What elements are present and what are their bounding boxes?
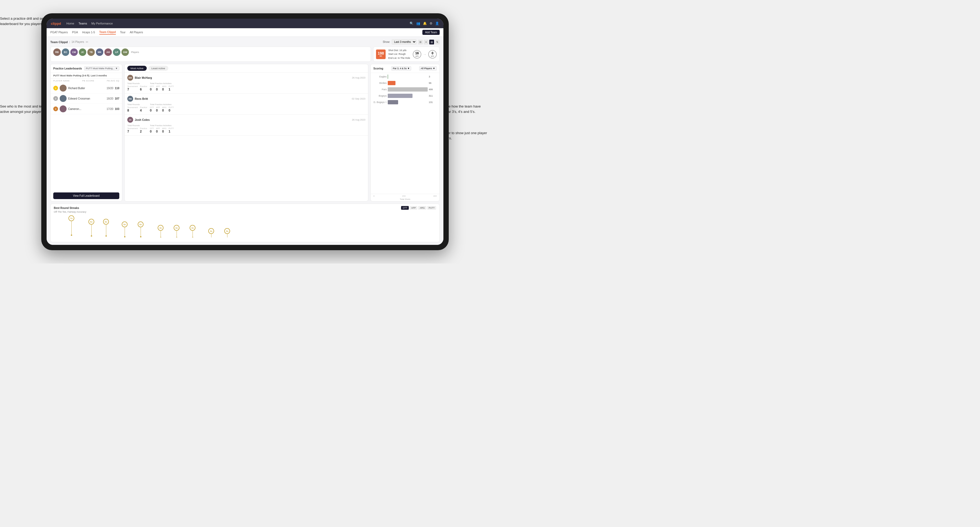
player-avatar-3[interactable]: CM: [70, 48, 78, 56]
streaks-panel: Best Round Streaks OTT APP ARG PUTT Off …: [50, 204, 440, 242]
profile-icon[interactable]: 👤: [435, 22, 439, 25]
tablet-frame: clippd Home Teams My Performance 🔍 👥 🔔 ⚙…: [41, 13, 449, 250]
player-avatar-5[interactable]: TB: [88, 48, 95, 56]
tab-least-active[interactable]: Least Active: [148, 66, 168, 71]
player-avatar-6[interactable]: MK: [96, 48, 103, 56]
add-team-button[interactable]: Add Team: [422, 30, 440, 35]
sub-nav: PGAT Players PGA Hcaps 1-5 Team Clippd T…: [46, 28, 444, 37]
leaderboard-item-2[interactable]: 2 Edward Crossman 18/20 107: [51, 94, 122, 104]
grid-view-icon[interactable]: ⊞: [418, 40, 423, 44]
practice-leaderboard-panel: Practice Leaderboards PUTT Must Make Put…: [50, 64, 122, 202]
activity-player-2: RB Rees Britt: [127, 96, 148, 102]
col-player: PLAYER NAME: [53, 79, 70, 82]
top-nav: clippd Home Teams My Performance 🔍 👥 🔔 ⚙…: [46, 19, 444, 28]
streak-bubble-0: 7x: [68, 215, 74, 221]
total-practice-group-3: Total Practice Activities OTT 0 APP: [150, 124, 174, 133]
subnav-hcaps[interactable]: Hcaps 1-5: [82, 30, 95, 34]
settings-icon[interactable]: ⚙: [430, 22, 433, 25]
streak-dot-1: [91, 235, 92, 237]
leaderboard-item-3[interactable]: 3 Cameron... 17/20 103: [51, 104, 122, 114]
subnav-all-players[interactable]: All Players: [130, 30, 143, 34]
lb-avatar-1: [60, 85, 67, 92]
shot-end-lie: End Lie: In The Hole: [388, 56, 410, 60]
show-label: Show:: [383, 40, 390, 43]
player-avatar-2[interactable]: EC: [62, 48, 69, 56]
player-avatar-7[interactable]: AH: [104, 48, 112, 56]
total-rounds-label-1: Total Rounds: [127, 82, 147, 85]
tab-most-active[interactable]: Most Active: [127, 66, 147, 71]
bar-fill-pars: [388, 87, 428, 92]
activity-avatar-2: RB: [127, 96, 133, 102]
streaks-tabs: OTT APP ARG PUTT: [401, 206, 436, 210]
bar-bogeys: Bogeys 311: [373, 94, 437, 98]
main-content: Team Clippd | 14 Players ✏ Show: Last 3 …: [46, 37, 444, 245]
nav-home[interactable]: Home: [66, 22, 74, 25]
bar-container-pars: [388, 87, 428, 92]
axis-200: 200: [402, 195, 406, 197]
streaks-tab-putt[interactable]: PUTT: [427, 206, 436, 210]
rank-badge-2: 2: [53, 96, 58, 101]
activity-stats-1: Total Rounds Tournament 7 Practice: [127, 82, 365, 91]
player-avatar-1[interactable]: RB: [53, 48, 61, 56]
tablet-screen: clippd Home Teams My Performance 🔍 👥 🔔 ⚙…: [46, 19, 444, 245]
player-avatar-8[interactable]: LP: [113, 48, 120, 56]
streak-dot-5: [160, 237, 161, 237]
lb-avg-2: 107: [115, 97, 119, 100]
lb-avatar-2: [60, 95, 67, 102]
streak-point-8: 3x: [208, 228, 214, 237]
bell-icon[interactable]: 🔔: [423, 22, 427, 25]
player-avatar-4[interactable]: JC: [79, 48, 86, 56]
sort-icon[interactable]: ⇅: [435, 40, 440, 44]
panel-leaderboard-header: Practice Leaderboards PUTT Must Make Put…: [51, 64, 122, 73]
rank-badge-3: 3: [53, 106, 58, 111]
bar-val-dbogeys: 131: [429, 101, 437, 103]
streak-line-1: [91, 225, 92, 235]
show-dropdown[interactable]: Last 3 months: [392, 40, 417, 44]
activity-player-1: BM Blair McHarg: [127, 75, 152, 81]
lb-avg-3: 103: [115, 108, 119, 110]
nav-teams[interactable]: Teams: [78, 22, 87, 25]
total-rounds-group-1: Total Rounds Tournament 7 Practice: [127, 82, 147, 91]
scoring-panel: Scoring Par 3, 4 & 5s ▼ All Players ▼ Ea…: [371, 64, 440, 202]
axis-0: 0: [373, 195, 374, 197]
leaderboard-item-1[interactable]: 1 Richard Butler 19/20 110: [51, 83, 122, 94]
list-view-icon[interactable]: ≡: [424, 40, 428, 44]
edit-team-icon[interactable]: ✏: [86, 40, 88, 44]
streak-point-6: 4x: [173, 225, 180, 237]
activity-item-1-header: BM Blair McHarg 26 Aug 2023: [127, 75, 365, 81]
activity-avatar-3: JC: [127, 117, 133, 123]
streaks-tab-ott[interactable]: OTT: [401, 206, 409, 210]
view-full-leaderboard-button[interactable]: View Full Leaderboard: [53, 192, 119, 199]
subnav-pga[interactable]: PGA: [72, 30, 78, 34]
streak-line-8: [211, 234, 212, 237]
subnav-tour[interactable]: Tour: [120, 30, 126, 34]
shot-start-lie: Start Lie: Rough: [388, 52, 410, 56]
scoring-title: Scoring: [373, 67, 383, 70]
total-practice-group-1: Total Practice Activities OTT 0 APP: [150, 82, 174, 91]
streak-bubble-7: 4x: [189, 225, 196, 231]
subnav-pgat[interactable]: PGAT Players: [50, 30, 68, 34]
player-avatar-9[interactable]: GW: [121, 48, 129, 56]
scoring-footer: Total Shots: [371, 197, 439, 201]
streaks-tab-app[interactable]: APP: [410, 206, 417, 210]
bar-fill-dbogeys: [388, 100, 398, 104]
streak-bubble-6: 4x: [173, 225, 180, 231]
people-icon[interactable]: 👥: [416, 22, 420, 25]
streak-point-1: 6x: [88, 219, 94, 237]
search-icon[interactable]: 🔍: [410, 22, 414, 25]
shot-dist: Shot Dist: 16 yds: [388, 48, 410, 52]
leaderboard-dropdown[interactable]: PUTT Must Make Putting... ▼: [84, 66, 119, 71]
panels-row: Practice Leaderboards PUTT Must Make Put…: [50, 64, 440, 202]
subnav-team-clippd[interactable]: Team Clippd: [99, 30, 116, 35]
nav-my-performance[interactable]: My Performance: [91, 22, 113, 25]
activity-name-1: Blair McHarg: [135, 76, 152, 79]
streak-point-7: 4x: [189, 225, 196, 237]
scoring-par-filter[interactable]: Par 3, 4 & 5s ▼: [391, 66, 411, 71]
lb-name-2: Edward Crossman: [68, 97, 105, 100]
bar-pars: Pars 499: [373, 87, 437, 92]
bar-birdies: Birdies 96: [373, 81, 437, 85]
lb-score-1: 19/20: [107, 87, 113, 90]
scoring-player-filter[interactable]: All Players ▼: [419, 66, 437, 71]
streaks-tab-arg[interactable]: ARG: [418, 206, 426, 210]
card-view-icon[interactable]: ▤: [429, 40, 434, 44]
